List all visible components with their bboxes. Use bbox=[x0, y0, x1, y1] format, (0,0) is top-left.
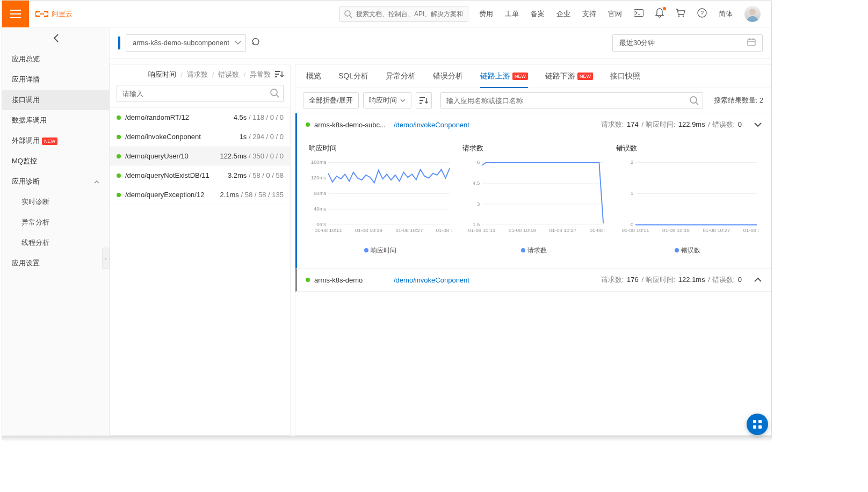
svg-rect-5 bbox=[634, 10, 643, 17]
calendar-icon bbox=[747, 38, 756, 48]
svg-text:01-08 10:19: 01-08 10:19 bbox=[662, 227, 690, 233]
sidebar-item-10[interactable]: 应用设置 bbox=[2, 253, 109, 273]
tab-1[interactable]: SQL分析 bbox=[338, 64, 368, 88]
cloudshell-icon[interactable] bbox=[634, 9, 643, 18]
svg-rect-63 bbox=[753, 425, 756, 429]
header-accent bbox=[118, 37, 120, 49]
sidebar-item-0[interactable]: 应用总览 bbox=[2, 49, 109, 69]
endpoint-item[interactable]: /demo/queryException/122.1ms / 58 / 58 /… bbox=[110, 185, 290, 205]
sort-exc[interactable]: 异常数 bbox=[250, 70, 271, 79]
sidebar-collapse[interactable]: ‹ bbox=[102, 248, 110, 269]
svg-text:40ms: 40ms bbox=[314, 206, 326, 212]
nav-ticket[interactable]: 工单 bbox=[505, 9, 519, 19]
upstream-endpoint[interactable]: /demo/invokeConponent bbox=[394, 276, 469, 284]
upstream-header[interactable]: arms-k8s-demo/demo/invokeConponent请求数: 1… bbox=[297, 269, 771, 291]
time-range-selector[interactable]: 最近30分钟 bbox=[612, 34, 763, 52]
sort-row: 响应时间/ 请求数/ 错误数/ 异常数 bbox=[110, 64, 290, 85]
svg-rect-1 bbox=[10, 13, 21, 15]
chevron-icon[interactable] bbox=[754, 276, 762, 284]
svg-line-24 bbox=[696, 103, 698, 105]
nav-homepage[interactable]: 官网 bbox=[608, 9, 622, 19]
endpoint-search-input[interactable] bbox=[117, 85, 284, 102]
chart-title: 请求数 bbox=[462, 143, 605, 153]
upstream-endpoint[interactable]: /demo/invokeConponent bbox=[394, 121, 469, 129]
endpoint-path: /demo/queryUser/10 bbox=[125, 152, 220, 160]
avatar[interactable] bbox=[744, 6, 761, 22]
svg-text:1.5: 1.5 bbox=[473, 221, 480, 227]
tab-0[interactable]: 概览 bbox=[306, 64, 321, 88]
sidebar-item-7[interactable]: 实时诊断 bbox=[2, 192, 109, 212]
status-dot bbox=[306, 122, 310, 127]
sidebar-item-2[interactable]: 接口调用 bbox=[2, 90, 109, 110]
search-icon[interactable] bbox=[270, 88, 279, 99]
sidebar-item-1[interactable]: 应用详情 bbox=[2, 69, 109, 90]
chart-card: 错误数01201-08 10:1101-08 10:1901-08 10:270… bbox=[612, 141, 763, 257]
apps-fab[interactable] bbox=[747, 414, 768, 435]
chart-title: 响应时间 bbox=[309, 143, 452, 153]
endpoint-stats: 4.5s / 118 / 0 / 0 bbox=[234, 113, 284, 121]
brand-logo[interactable]: 阿里云 bbox=[35, 9, 73, 19]
svg-text:01-08 10:19: 01-08 10:19 bbox=[509, 227, 536, 233]
app-selector[interactable]: arms-k8s-demo-subcomponent bbox=[126, 34, 246, 52]
endpoint-item[interactable]: /demo/queryUser/10122.5ms / 350 / 0 / 0 bbox=[110, 147, 290, 166]
tab-2[interactable]: 异常分析 bbox=[386, 64, 416, 88]
svg-rect-62 bbox=[758, 420, 762, 423]
upstream-stats: 请求数: 174 / 响应时间: 122.9ms / 错误数: 0 bbox=[601, 120, 743, 129]
sidebar-item-8[interactable]: 异常分析 bbox=[2, 212, 109, 233]
tab-3[interactable]: 错误分析 bbox=[433, 64, 463, 88]
tab-5[interactable]: 链路下游NEW bbox=[545, 64, 593, 88]
help-icon[interactable]: ? bbox=[697, 8, 707, 19]
svg-line-19 bbox=[277, 95, 279, 97]
svg-text:01-08 10:27: 01-08 10:27 bbox=[703, 227, 730, 233]
back-button[interactable] bbox=[2, 27, 109, 49]
global-search[interactable] bbox=[339, 6, 468, 22]
hamburger-menu[interactable] bbox=[2, 1, 29, 27]
upstream-search-input[interactable] bbox=[440, 92, 703, 108]
global-search-input[interactable] bbox=[339, 6, 468, 22]
svg-point-23 bbox=[690, 97, 697, 103]
upstream-stats: 请求数: 176 / 响应时间: 122.1ms / 错误数: 0 bbox=[601, 275, 743, 285]
tab-4[interactable]: 链路上游NEW bbox=[480, 64, 528, 88]
search-icon[interactable] bbox=[689, 96, 699, 107]
sidebar-item-4[interactable]: 外部调用NEW bbox=[2, 131, 109, 151]
nav-icp[interactable]: 备案 bbox=[531, 9, 545, 19]
svg-text:80ms: 80ms bbox=[314, 190, 326, 196]
chevron-icon[interactable] bbox=[754, 121, 762, 129]
refresh-icon[interactable] bbox=[251, 38, 260, 48]
list-order-toggle[interactable] bbox=[416, 92, 432, 108]
tab-6[interactable]: 接口快照 bbox=[610, 64, 640, 88]
endpoint-item[interactable]: /demo/randomRT/124.5s / 118 / 0 / 0 bbox=[110, 108, 290, 127]
sort-select[interactable]: 响应时间 bbox=[363, 92, 411, 108]
nav-enterprise[interactable]: 企业 bbox=[556, 9, 570, 19]
upstream-header[interactable]: arms-k8s-demo-subc.../demo/invokeConpone… bbox=[297, 113, 771, 136]
endpoint-item[interactable]: /demo/invokeConponent1s / 294 / 0 / 0 bbox=[110, 127, 290, 147]
collapse-toggle[interactable]: 全部折叠/展开 bbox=[303, 92, 359, 108]
svg-text:2: 2 bbox=[631, 159, 633, 165]
nav-support[interactable]: 支持 bbox=[582, 9, 596, 19]
sidebar-item-9[interactable]: 线程分析 bbox=[2, 233, 109, 253]
nav-fee[interactable]: 费用 bbox=[479, 9, 493, 19]
svg-rect-0 bbox=[10, 10, 21, 11]
svg-rect-64 bbox=[758, 425, 762, 429]
sort-err[interactable]: 错误数 bbox=[218, 70, 239, 79]
sidebar-item-6[interactable]: 应用诊断 bbox=[2, 171, 109, 192]
lang-switch[interactable]: 简体 bbox=[719, 9, 733, 19]
status-dot bbox=[117, 154, 121, 158]
chart-area: 01201-08 10:1101-08 10:1901-08 10:2701-0… bbox=[616, 156, 759, 244]
upstream-search bbox=[440, 92, 703, 108]
chart-title: 错误数 bbox=[616, 143, 759, 153]
main-header: arms-k8s-demo-subcomponent 最近30分钟 bbox=[110, 27, 771, 59]
endpoint-item[interactable]: /demo/queryNotExistDB/113.2ms / 58 / 0 /… bbox=[110, 166, 290, 185]
status-dot bbox=[117, 193, 121, 197]
svg-text:01-08 10:35: 01-08 10:35 bbox=[436, 227, 452, 233]
sort-rt[interactable]: 响应时间 bbox=[148, 70, 176, 79]
app-selector-value: arms-k8s-demo-subcomponent bbox=[133, 39, 229, 47]
sidebar-item-5[interactable]: MQ监控 bbox=[2, 151, 109, 171]
sort-icon[interactable] bbox=[275, 70, 284, 79]
sort-req[interactable]: 请求数 bbox=[187, 70, 208, 79]
svg-rect-2 bbox=[10, 17, 21, 18]
cart-icon[interactable] bbox=[676, 9, 685, 19]
sidebar-item-3[interactable]: 数据库调用 bbox=[2, 110, 109, 131]
svg-rect-61 bbox=[753, 420, 756, 423]
bell-icon[interactable] bbox=[655, 8, 664, 19]
